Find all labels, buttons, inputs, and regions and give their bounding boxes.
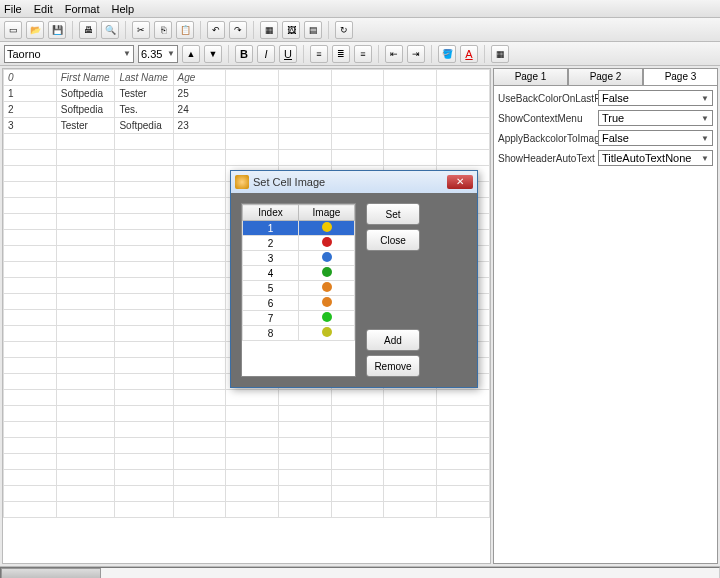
image-list-row[interactable]: 8 [243, 326, 355, 341]
align-center-icon[interactable]: ≣ [332, 45, 350, 63]
column-index[interactable]: Index [243, 205, 299, 221]
image-list-row[interactable]: 1 [243, 221, 355, 236]
size-up-icon[interactable]: ▲ [182, 45, 200, 63]
image-list-table[interactable]: Index Image 12345678 [242, 204, 355, 341]
indent-right-icon[interactable]: ⇥ [407, 45, 425, 63]
chevron-down-icon: ▼ [701, 114, 709, 123]
image-icon [322, 252, 332, 262]
italic-icon[interactable]: I [257, 45, 275, 63]
copy-icon[interactable]: ⎘ [154, 21, 172, 39]
separator [484, 45, 485, 63]
property-label: UseBackColorOnLastRule [498, 93, 598, 104]
row-image [299, 296, 355, 311]
image-icon [322, 222, 332, 232]
image-list-row[interactable]: 2 [243, 236, 355, 251]
image-icon [322, 327, 332, 337]
font-color-icon[interactable]: A [460, 45, 478, 63]
image-icon[interactable]: 🖼 [282, 21, 300, 39]
row-index: 3 [243, 251, 299, 266]
property-row: UseBackColorOnLastRuleFalse▼ [498, 90, 713, 106]
image-list-row[interactable]: 4 [243, 266, 355, 281]
set-button[interactable]: Set [366, 203, 420, 225]
chevron-down-icon: ▼ [701, 94, 709, 103]
add-button[interactable]: Add [366, 329, 420, 351]
properties-list: UseBackColorOnLastRuleFalse▼ShowContextM… [493, 86, 718, 564]
property-select[interactable]: True▼ [598, 110, 713, 126]
tab-page-2[interactable]: Page 2 [568, 68, 643, 85]
close-icon[interactable]: ✕ [447, 175, 473, 189]
open-icon[interactable]: 📂 [26, 21, 44, 39]
font-size-value: 6.35 [141, 48, 162, 60]
image-list-row[interactable]: 5 [243, 281, 355, 296]
separator [200, 21, 201, 39]
borders-icon[interactable]: ▦ [491, 45, 509, 63]
image-icon [322, 237, 332, 247]
save-icon[interactable]: 💾 [48, 21, 66, 39]
align-left-icon[interactable]: ≡ [310, 45, 328, 63]
property-select[interactable]: False▼ [598, 90, 713, 106]
row-index: 1 [243, 221, 299, 236]
new-icon[interactable]: ▭ [4, 21, 22, 39]
column-image[interactable]: Image [299, 205, 355, 221]
menu-edit[interactable]: Edit [34, 3, 53, 15]
scrollbar-thumb[interactable] [1, 568, 101, 578]
row-image [299, 236, 355, 251]
row-index: 4 [243, 266, 299, 281]
close-button[interactable]: Close [366, 229, 420, 251]
property-row: ShowHeaderAutoTextTitleAutoTextNone▼ [498, 150, 713, 166]
image-list-row[interactable]: 6 [243, 296, 355, 311]
indent-left-icon[interactable]: ⇤ [385, 45, 403, 63]
separator [328, 21, 329, 39]
cut-icon[interactable]: ✂ [132, 21, 150, 39]
image-list-row[interactable]: 7 [243, 311, 355, 326]
row-index: 2 [243, 236, 299, 251]
property-label: ShowContextMenu [498, 113, 598, 124]
separator [378, 45, 379, 63]
print-icon[interactable]: 🖶 [79, 21, 97, 39]
menu-file[interactable]: File [4, 3, 22, 15]
menu-format[interactable]: Format [65, 3, 100, 15]
refresh-icon[interactable]: ↻ [335, 21, 353, 39]
property-value: True [602, 112, 624, 124]
redo-icon[interactable]: ↷ [229, 21, 247, 39]
font-size-combo[interactable]: 6.35 ▼ [138, 45, 178, 63]
set-cell-image-dialog: Set Cell Image ✕ Index Image 12345678 Se… [230, 170, 478, 388]
toolbar-main: ▭ 📂 💾 🖶 🔍 ✂ ⎘ 📋 ↶ ↷ ▦ 🖼 ▤ ↻ [0, 18, 720, 42]
chart-icon[interactable]: ▤ [304, 21, 322, 39]
tab-page-1[interactable]: Page 1 [493, 68, 568, 85]
property-select[interactable]: TitleAutoTextNone▼ [598, 150, 713, 166]
preview-icon[interactable]: 🔍 [101, 21, 119, 39]
property-value: False [602, 92, 629, 104]
underline-icon[interactable]: U [279, 45, 297, 63]
remove-button[interactable]: Remove [366, 355, 420, 377]
separator [303, 45, 304, 63]
align-right-icon[interactable]: ≡ [354, 45, 372, 63]
property-tabs: Page 1 Page 2 Page 3 [493, 68, 718, 86]
tab-page-3[interactable]: Page 3 [643, 68, 718, 85]
separator [125, 21, 126, 39]
bold-icon[interactable]: B [235, 45, 253, 63]
property-label: ApplyBackcolorToImage [498, 133, 598, 144]
size-down-icon[interactable]: ▼ [204, 45, 222, 63]
property-select[interactable]: False▼ [598, 130, 713, 146]
property-label: ShowHeaderAutoText [498, 153, 598, 164]
property-value: TitleAutoTextNone [602, 152, 691, 164]
menu-help[interactable]: Help [112, 3, 135, 15]
table-icon[interactable]: ▦ [260, 21, 278, 39]
row-image [299, 251, 355, 266]
paste-icon[interactable]: 📋 [176, 21, 194, 39]
menubar: File Edit Format Help [0, 0, 720, 18]
font-name-value: Taorno [7, 48, 41, 60]
fill-color-icon[interactable]: 🪣 [438, 45, 456, 63]
row-image [299, 266, 355, 281]
undo-icon[interactable]: ↶ [207, 21, 225, 39]
font-name-combo[interactable]: Taorno ▼ [4, 45, 134, 63]
row-image [299, 311, 355, 326]
scrollbar-horizontal[interactable] [0, 566, 720, 578]
image-icon [322, 282, 332, 292]
image-icon [322, 297, 332, 307]
property-row: ShowContextMenuTrue▼ [498, 110, 713, 126]
row-image [299, 281, 355, 296]
image-list-row[interactable]: 3 [243, 251, 355, 266]
property-value: False [602, 132, 629, 144]
